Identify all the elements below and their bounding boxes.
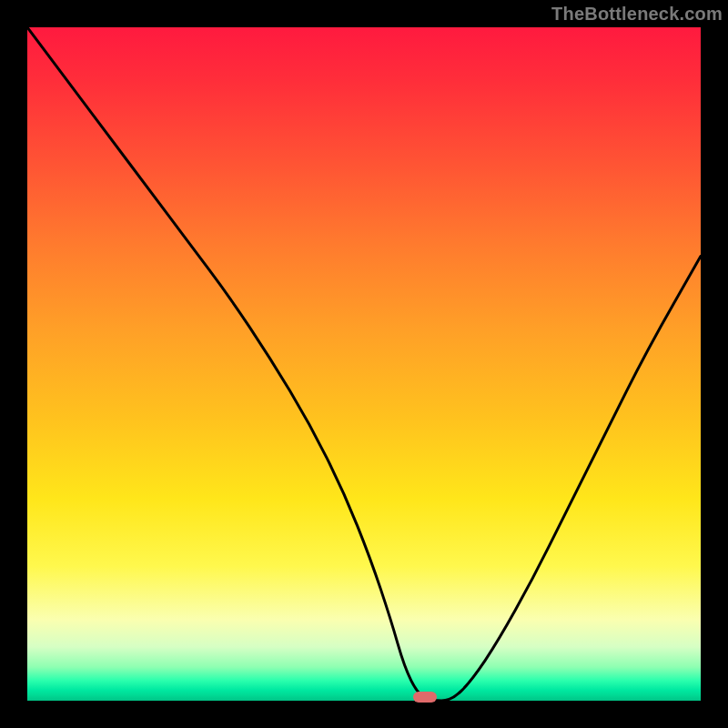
plot-area bbox=[27, 27, 701, 701]
optimal-marker bbox=[413, 692, 437, 703]
bottleneck-curve bbox=[27, 27, 701, 701]
watermark-text: TheBottleneck.com bbox=[551, 4, 723, 25]
chart-stage: TheBottleneck.com bbox=[0, 0, 728, 728]
